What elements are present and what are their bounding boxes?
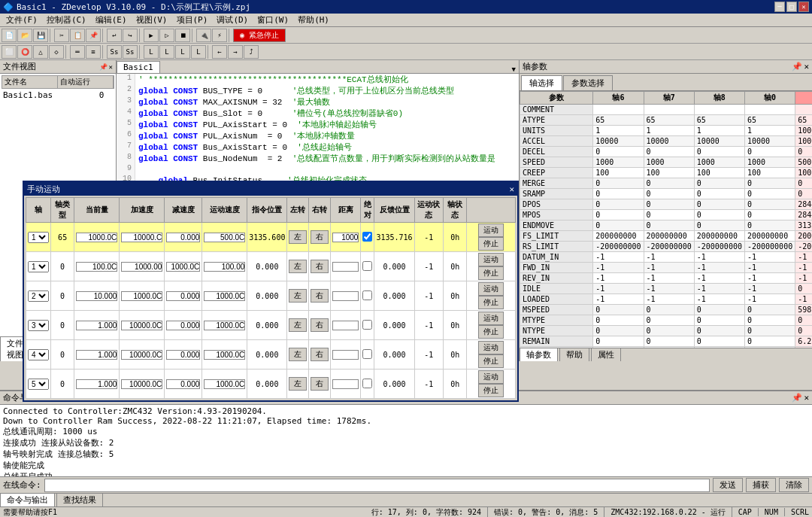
connect-btn[interactable]: 🔌 xyxy=(196,29,211,42)
axis-select-4[interactable]: 4 xyxy=(28,349,49,360)
param-v7[interactable]: 0 xyxy=(644,210,694,220)
tab-param-select[interactable]: 参数选择 xyxy=(563,75,613,90)
param-v7[interactable]: 0 xyxy=(644,147,694,157)
abs-check-3[interactable] xyxy=(362,320,372,330)
manual-axis[interactable]: 4 xyxy=(26,340,51,370)
manual-decel[interactable] xyxy=(165,370,202,399)
param-v8[interactable]: 200000000 xyxy=(694,231,744,242)
manual-dist[interactable] xyxy=(331,223,361,252)
manual-current[interactable] xyxy=(74,281,120,311)
manual-decel[interactable] xyxy=(165,281,202,311)
param-v6[interactable]: 0 xyxy=(593,326,644,336)
editor-tab-basic1[interactable]: Basic1 xyxy=(117,61,160,73)
panel-pin-icon[interactable]: 📌 xyxy=(99,63,108,71)
fwd-button-1[interactable]: 左 xyxy=(289,260,307,273)
param-v8[interactable]: 0 xyxy=(694,199,744,210)
manual-abs[interactable] xyxy=(361,223,374,252)
param-v0[interactable]: 10000 xyxy=(744,136,795,147)
manual-axis[interactable]: 5 xyxy=(26,370,51,399)
fwd-button-0[interactable]: 左 xyxy=(289,230,307,244)
param-v0[interactable]: -1 xyxy=(744,252,795,263)
tool2-10[interactable]: L xyxy=(159,45,174,59)
rev-button-1[interactable]: 右 xyxy=(311,260,329,273)
cmd-pin-icon[interactable]: 📌 xyxy=(792,393,802,403)
param-v6[interactable]: 65 xyxy=(593,115,644,126)
tool2-1[interactable]: ⬜ xyxy=(2,45,17,59)
cmd-close-icon[interactable]: ✕ xyxy=(804,393,809,403)
menu-debug[interactable]: 调试(D) xyxy=(212,14,253,26)
param-v0[interactable]: 0 xyxy=(744,199,795,210)
axis-param-close-icon[interactable]: ✕ xyxy=(804,62,809,71)
menu-controller[interactable]: 控制器(C) xyxy=(42,14,91,26)
open-btn[interactable]: 📂 xyxy=(17,29,32,42)
param-v6[interactable]: 0 xyxy=(593,199,644,210)
axis-select-2[interactable]: 2 xyxy=(28,290,49,302)
param-v8[interactable]: 0 xyxy=(694,305,744,315)
move-button-5[interactable]: 运动 xyxy=(478,370,504,384)
param-tab-axis[interactable]: 轴参数 xyxy=(520,348,558,361)
param-v8[interactable]: -1 xyxy=(694,263,744,273)
param-v0[interactable]: 0 xyxy=(744,220,795,231)
disconnect-btn[interactable]: ⚡ xyxy=(212,29,227,42)
manual-fwd-btn[interactable]: 左 xyxy=(287,340,309,370)
dialog-close-btn[interactable]: ✕ xyxy=(509,184,514,194)
stop-button-5[interactable]: 停止 xyxy=(478,384,504,397)
abs-check-5[interactable] xyxy=(362,379,372,388)
param-v0[interactable]: -200000000 xyxy=(744,242,795,252)
param-v8[interactable]: -1 xyxy=(694,273,744,284)
rev-button-4[interactable]: 右 xyxy=(311,348,329,361)
param-v6[interactable]: -200000000 xyxy=(593,242,644,252)
param-v7[interactable]: 1 xyxy=(644,126,694,136)
abs-check-1[interactable] xyxy=(362,261,372,271)
manual-accel[interactable] xyxy=(120,311,165,340)
param-v10[interactable]: 10000 xyxy=(795,136,812,147)
panel-close-icon[interactable]: ✕ xyxy=(109,63,113,71)
axis-select-3[interactable]: 3 xyxy=(28,320,49,331)
param-v7[interactable]: -200000000 xyxy=(644,242,694,252)
manual-speed[interactable] xyxy=(202,340,247,370)
redo-btn[interactable]: ↪ xyxy=(123,29,138,42)
fwd-button-4[interactable]: 左 xyxy=(289,348,307,361)
manual-decel[interactable] xyxy=(165,311,202,340)
tool2-6[interactable]: ≡ xyxy=(86,45,101,59)
param-v7[interactable]: 0 xyxy=(644,178,694,189)
manual-accel[interactable] xyxy=(120,370,165,399)
manual-actions[interactable]: 运动 停止 xyxy=(467,311,516,340)
run-btn[interactable]: ▷ xyxy=(159,29,174,42)
manual-current[interactable] xyxy=(74,223,120,252)
param-v0[interactable]: 0 xyxy=(744,178,795,189)
param-v8[interactable]: 65 xyxy=(694,115,744,126)
manual-decel[interactable] xyxy=(165,340,202,370)
abs-check-0[interactable] xyxy=(362,232,372,242)
new-btn[interactable]: 📄 xyxy=(2,29,17,42)
param-v0[interactable]: -1 xyxy=(744,263,795,273)
param-v8[interactable]: -200000000 xyxy=(694,242,744,252)
param-v6[interactable]: 0 xyxy=(593,336,644,347)
param-v0[interactable]: 65 xyxy=(744,115,795,126)
menu-help[interactable]: 帮助(H) xyxy=(293,14,334,26)
param-v0[interactable]: 0 xyxy=(744,305,795,315)
manual-current[interactable] xyxy=(74,311,120,340)
manual-actions[interactable]: 运动 停止 xyxy=(467,340,516,370)
manual-speed[interactable] xyxy=(202,370,247,399)
axis-select-0[interactable]: 10 xyxy=(28,232,49,243)
manual-accel[interactable] xyxy=(120,223,165,252)
tool2-4[interactable]: ◇ xyxy=(49,45,64,59)
tab-axis-select[interactable]: 轴选择 xyxy=(521,75,562,90)
param-v8[interactable]: 0 xyxy=(694,147,744,157)
tool2-8[interactable]: Ss xyxy=(123,45,138,59)
minimize-button[interactable]: ─ xyxy=(774,2,785,12)
manual-current[interactable] xyxy=(74,340,120,370)
param-v7[interactable]: 65 xyxy=(644,115,694,126)
param-v6[interactable]: 100 xyxy=(593,168,644,178)
manual-axis[interactable]: 10 xyxy=(26,223,51,252)
param-v8[interactable]: 0 xyxy=(694,220,744,231)
param-v10[interactable]: 2844.5640 xyxy=(795,210,812,220)
param-v10[interactable]: 0 xyxy=(795,326,812,336)
param-v7[interactable]: 0 xyxy=(644,199,694,210)
param-v0[interactable]: 1 xyxy=(744,126,795,136)
param-v10[interactable]: 6.2500 xyxy=(795,336,812,347)
stop-button-0[interactable]: 停止 xyxy=(478,237,504,251)
param-v7[interactable]: -1 xyxy=(644,294,694,305)
param-v0[interactable]: 0 xyxy=(744,147,795,157)
